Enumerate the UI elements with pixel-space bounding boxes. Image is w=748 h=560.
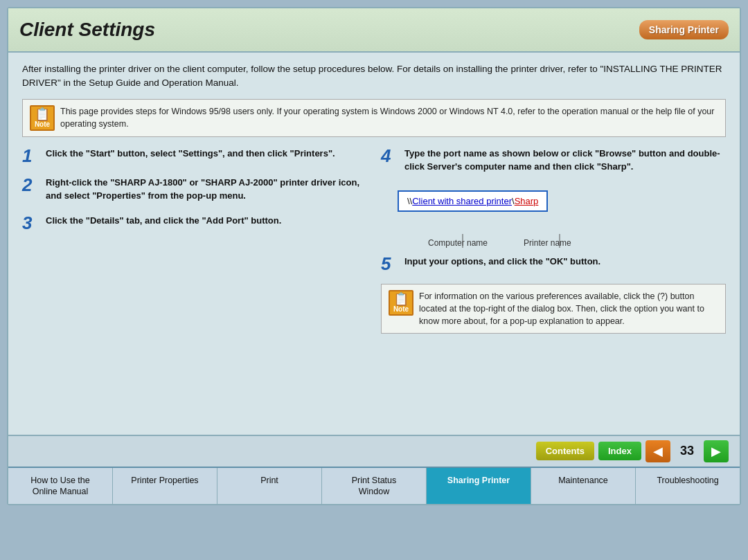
tab-print-status-window[interactable]: Print StatusWindow	[322, 468, 427, 505]
tab-print[interactable]: Print	[217, 468, 322, 505]
page-title: Client Settings	[19, 19, 639, 41]
step-number-5: 5	[381, 255, 398, 273]
note-box-2: 📋 Note For information on the various pr…	[381, 284, 726, 334]
steps-left: 1 Click the "Start" button, select "Sett…	[22, 147, 367, 343]
footer-tabs: How to Use theOnline Manual Printer Prop…	[8, 467, 740, 505]
next-button[interactable]: ▶	[704, 440, 729, 462]
note-text-1: This page provides steps for Windows 95/…	[60, 105, 718, 130]
index-button[interactable]: Index	[598, 442, 641, 460]
step-3: 3 Click the "Details" tab, and click the…	[22, 214, 367, 232]
header-subtitle: Sharing Printer	[639, 20, 729, 39]
port-sharp: Sharp	[515, 196, 539, 206]
tab-sharing-printer[interactable]: Sharing Printer	[427, 468, 531, 505]
prev-button[interactable]: ◀	[645, 440, 670, 462]
note-text-2: For information on the various preferenc…	[419, 290, 718, 327]
step-text-5: Input your options, and click the "OK" b…	[404, 255, 600, 269]
step-text-4: Type the port name as shown below or cli…	[404, 147, 726, 174]
steps-container: 1 Click the "Start" button, select "Sett…	[22, 147, 726, 343]
intro-text: After installing the printer driver on t…	[22, 62, 726, 91]
step-number-4: 4	[381, 147, 398, 165]
note-label-2: Note	[393, 305, 409, 313]
note-badge-1: 📋 Note	[30, 105, 55, 131]
steps-right: 4 Type the port name as shown below or c…	[381, 147, 726, 343]
note-badge-2: 📋 Note	[389, 290, 413, 316]
port-diagram: \\Client with shared printer\Sharp Compu…	[398, 185, 726, 248]
step-text-1: Click the "Start" button, select "Settin…	[46, 147, 335, 161]
content-area: After installing the printer driver on t…	[8, 53, 740, 435]
contents-button[interactable]: Contents	[536, 442, 594, 460]
tab-how-to-use[interactable]: How to Use theOnline Manual	[8, 468, 113, 505]
step-5: 5 Input your options, and click the "OK"…	[381, 255, 726, 273]
step-number-3: 3	[22, 214, 39, 232]
main-container: Client Settings Sharing Printer After in…	[7, 7, 741, 505]
page-number: 33	[675, 444, 700, 458]
tab-troubleshooting[interactable]: Troubleshooting	[636, 468, 740, 505]
step-2: 2 Right-click the "SHARP AJ-1800" or "SH…	[22, 176, 367, 203]
note-label-1: Note	[35, 120, 50, 128]
step-number-2: 2	[22, 176, 39, 194]
note-box-1: 📋 Note This page provides steps for Wind…	[22, 99, 726, 137]
step-text-3: Click the "Details" tab, and click the "…	[46, 214, 281, 228]
note-icon-1: 📋	[35, 108, 50, 120]
step-number-1: 1	[22, 147, 39, 165]
tab-printer-properties[interactable]: Printer Properties	[113, 468, 217, 505]
note-icon-2: 📋	[393, 293, 409, 305]
port-name-display: \\Client with shared printer\Sharp	[398, 190, 548, 212]
header: Client Settings Sharing Printer	[8, 8, 740, 53]
step-4: 4 Type the port name as shown below or c…	[381, 147, 726, 174]
bottom-nav: Contents Index ◀ 33 ▶	[8, 435, 740, 467]
port-link: Client with shared printer	[412, 196, 512, 206]
step-text-2: Right-click the "SHARP AJ-1800" or "SHAR…	[46, 176, 367, 203]
step-1: 1 Click the "Start" button, select "Sett…	[22, 147, 367, 165]
tab-maintenance[interactable]: Maintenance	[531, 468, 636, 505]
